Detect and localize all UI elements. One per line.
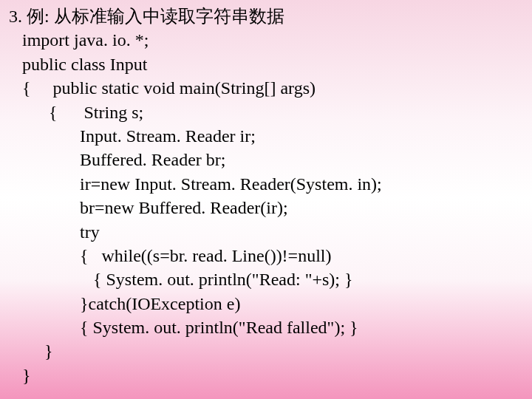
code-line: }	[4, 339, 532, 363]
code-line: import java. io. *;	[4, 28, 532, 52]
code-line: Buffered. Reader br;	[4, 148, 532, 171]
code-line: { public static void main(String[] args)	[4, 76, 532, 100]
code-line: { System. out. println("Read: "+s); }	[4, 267, 532, 291]
code-line: try	[4, 220, 532, 244]
code-line: ir=new Input. Stream. Reader(System. in)…	[4, 172, 532, 196]
code-line: public class Input	[4, 52, 532, 76]
code-line: Input. Stream. Reader ir;	[4, 124, 532, 148]
code-line: { while((s=br. read. Line())!=null)	[4, 244, 532, 267]
title-line: 3. 例: 从标准输入中读取字符串数据	[4, 4, 532, 28]
code-line: }catch(IOException e)	[4, 292, 532, 316]
code-line: { String s;	[4, 100, 532, 124]
code-line: }	[4, 364, 532, 387]
code-line: br=new Buffered. Reader(ir);	[4, 196, 532, 219]
code-line: { System. out. println("Read falled"); }	[4, 316, 532, 339]
